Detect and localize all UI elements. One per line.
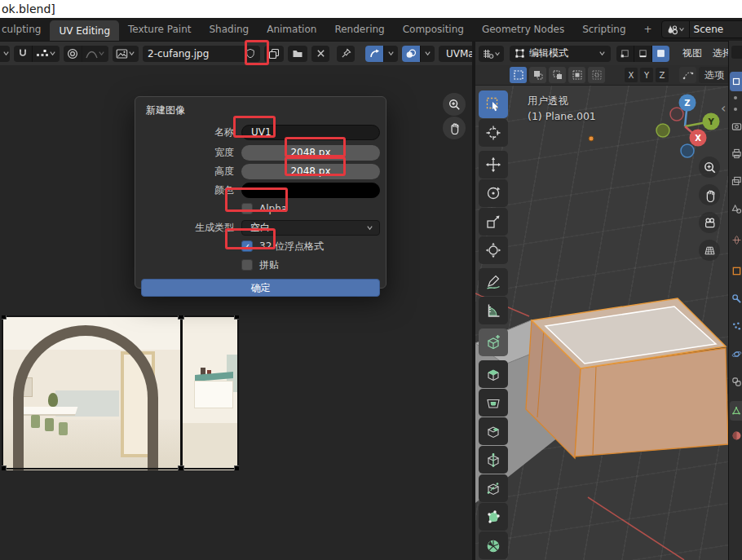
uvmap-field[interactable]: UVMap (439, 46, 472, 62)
correct-face-attributes-button[interactable] (679, 67, 696, 83)
vertex-select-button[interactable] (616, 46, 634, 62)
select-invert-button[interactable] (568, 67, 585, 83)
scene-datablock-icon[interactable] (662, 21, 689, 37)
mirror-y-button[interactable]: Y (640, 68, 653, 82)
open-image-button[interactable] (288, 46, 307, 62)
new-image-button[interactable] (264, 46, 284, 62)
shield-icon[interactable] (245, 48, 255, 59)
uv-vertex-handle[interactable] (179, 315, 183, 319)
float-buffer-checkbox[interactable]: ✓ (241, 240, 253, 252)
viewport-editor-type-dropdown[interactable] (479, 46, 504, 62)
height-slider[interactable]: 2048 px (241, 164, 380, 179)
snap-mode-dropdown[interactable] (32, 46, 60, 62)
viewport-zoom-button[interactable] (699, 157, 720, 178)
color-swatch[interactable] (241, 183, 380, 198)
tool-annotate[interactable] (479, 268, 508, 296)
image-name-input[interactable]: UV1 (241, 125, 380, 140)
scene-selector[interactable]: Scene (661, 20, 742, 38)
overlays-dropdown[interactable] (420, 46, 435, 62)
falloff-dropdown[interactable] (82, 46, 108, 62)
uv-vertex-handle[interactable] (2, 466, 6, 470)
tool-move[interactable] (479, 151, 508, 179)
properties-tab-scene[interactable] (731, 204, 742, 214)
add-workspace-button[interactable]: + (635, 18, 661, 41)
mirror-x-button[interactable]: X (625, 68, 638, 82)
tool-transform[interactable] (479, 236, 508, 264)
tool-scale[interactable] (479, 208, 508, 236)
gizmo-minus-x[interactable] (670, 108, 683, 121)
tool-rotate[interactable] (479, 179, 508, 207)
properties-tab-render[interactable] (731, 121, 742, 131)
navigation-gizmo[interactable]: Z Y X (651, 87, 728, 164)
show-gizmos-toggle[interactable] (365, 46, 383, 62)
tool-bevel[interactable] (479, 417, 508, 445)
tool-spin[interactable] (479, 531, 508, 559)
tool-poly-build[interactable] (479, 503, 508, 531)
tool-add-cube[interactable] (479, 329, 508, 356)
tool-cursor[interactable] (479, 119, 508, 147)
uv-vertex-handle[interactable] (179, 466, 183, 470)
options-dropdown[interactable]: 选项 (699, 67, 728, 83)
tiled-checkbox[interactable] (241, 259, 253, 271)
properties-tab-object[interactable] (731, 266, 742, 276)
menu-view[interactable]: 视图 (680, 46, 704, 60)
gizmo-minus-y[interactable] (656, 124, 669, 137)
snap-toggle[interactable] (14, 46, 32, 62)
viewport-camera-button[interactable] (699, 212, 720, 233)
tab-shading[interactable]: Shading (200, 18, 258, 41)
sidebar-collapse-arrow[interactable]: ‹ (721, 100, 726, 116)
generated-type-dropdown[interactable]: 空白 (241, 220, 380, 236)
uv-vertex-handle[interactable] (235, 315, 239, 319)
uv-zoom-button[interactable] (443, 93, 466, 116)
properties-tab-physics[interactable] (731, 349, 742, 359)
face-select-button[interactable] (651, 46, 669, 62)
mode-dropdown[interactable]: 编辑模式 (510, 46, 611, 62)
properties-tab-object-data[interactable] (730, 401, 742, 421)
selected-box[interactable] (526, 298, 728, 458)
image-browse-dropdown[interactable] (113, 46, 139, 62)
select-subtract-button[interactable] (549, 67, 566, 83)
width-slider[interactable]: 2048 px (241, 145, 380, 161)
mirror-z-button[interactable]: Z (656, 68, 669, 82)
pin-image-button[interactable] (337, 46, 355, 62)
properties-tab-tool[interactable] (730, 72, 742, 91)
proportional-edit-toggle[interactable] (64, 46, 82, 62)
properties-tab-particles[interactable] (731, 321, 742, 332)
image-name-field[interactable]: 2-cufang.jpg (143, 46, 260, 62)
show-overlays-toggle[interactable] (402, 46, 420, 62)
viewport-canvas[interactable]: 用户透视 (1) Plane.001 Z Y X (475, 86, 728, 560)
tool-knife[interactable] (479, 474, 508, 502)
select-extend-button[interactable] (529, 67, 546, 83)
tab-compositing[interactable]: Compositing (394, 18, 473, 41)
tab-geometry-nodes[interactable]: Geometry Nodes (473, 18, 573, 41)
tool-measure[interactable] (479, 297, 508, 324)
ok-button[interactable]: 确定 (141, 279, 380, 297)
tool-loop-cut[interactable] (479, 446, 508, 474)
properties-tab-modifiers[interactable] (731, 293, 742, 304)
tool-select-box[interactable] (479, 90, 508, 118)
uv-editor-type-dropdown[interactable] (0, 46, 10, 62)
properties-editor-type-icon[interactable] (731, 46, 742, 59)
unlink-image-button[interactable] (311, 46, 329, 62)
properties-tab-constraints[interactable] (731, 377, 742, 387)
properties-tab-view-layer[interactable] (731, 176, 742, 187)
uv-vertex-handle[interactable] (235, 466, 239, 470)
uv-pan-button[interactable] (443, 117, 466, 139)
menu-select[interactable]: 选择 (710, 46, 728, 60)
tab-scripting[interactable]: Scripting (573, 18, 634, 41)
tool-inset-faces[interactable] (479, 389, 508, 417)
tab-uv-editing[interactable]: UV Editing (50, 20, 119, 41)
properties-tab-output[interactable] (731, 148, 742, 159)
tab-sculpting[interactable]: culpting (0, 18, 50, 41)
properties-tab-material[interactable] (731, 430, 742, 441)
tab-animation[interactable]: Animation (258, 18, 325, 41)
alpha-checkbox[interactable] (241, 203, 253, 214)
select-intersect-button[interactable] (588, 67, 605, 83)
tool-extrude-region[interactable] (479, 360, 508, 388)
properties-tab-world[interactable] (731, 235, 742, 245)
uv-vertex-handle[interactable] (2, 315, 6, 319)
tab-texture-paint[interactable]: Texture Paint (119, 18, 200, 41)
viewport-pan-button[interactable] (699, 184, 720, 205)
viewport-perspective-toggle-button[interactable] (699, 240, 720, 261)
gizmo-minus-z[interactable] (681, 144, 694, 157)
